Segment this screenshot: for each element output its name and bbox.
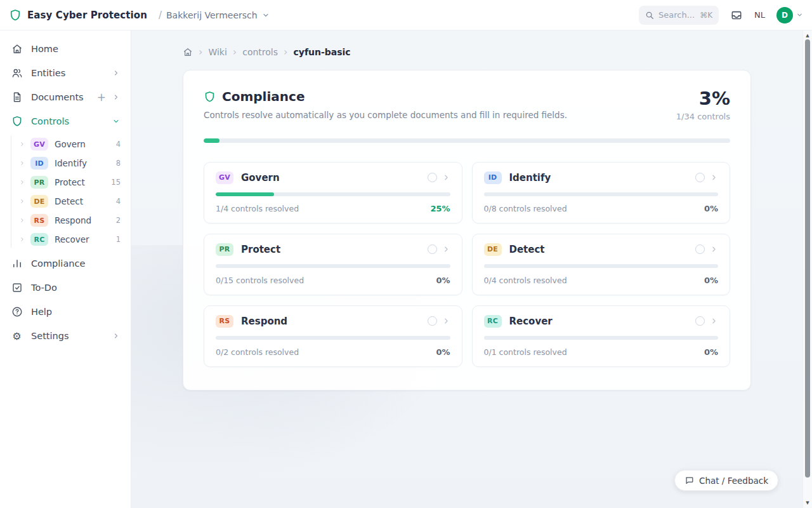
scrollbar-thumb[interactable] — [805, 39, 810, 478]
category-title: Identify — [509, 172, 551, 184]
resolved-count: 0/8 controls resolved — [484, 204, 567, 213]
category-badge: DE — [484, 243, 502, 256]
breadcrumb-separator: › — [284, 47, 287, 57]
sidebar-item-label: Protect — [55, 177, 111, 187]
overall-progress-bar — [204, 138, 730, 143]
breadcrumb-current: cyfun-basic — [293, 47, 350, 57]
category-card-respond[interactable]: RS Respond 0/2 controls resolved 0% — [204, 305, 462, 367]
sidebar-item-respond[interactable]: RS Respond 2 — [0, 211, 131, 230]
overall-controls-summary: 1/34 controls — [676, 112, 730, 121]
sidebar-item-identify[interactable]: ID Identify 8 — [0, 154, 131, 173]
sidebar-item-todo[interactable]: To-Do — [0, 276, 131, 300]
category-badge: ID — [484, 171, 502, 184]
category-card-govern[interactable]: GV Govern 1/4 controls resolved 25% — [204, 162, 462, 224]
chevron-right-icon[interactable] — [112, 93, 120, 101]
help-icon — [11, 306, 23, 318]
category-badge: GV — [216, 171, 233, 184]
breadcrumb-separator: › — [199, 47, 202, 57]
home-icon — [11, 43, 23, 55]
item-count: 15 — [111, 178, 121, 187]
home-icon[interactable] — [183, 47, 193, 57]
todo-checkbox-icon — [11, 282, 23, 293]
shield-logo-icon — [9, 9, 22, 22]
breadcrumb-link-wiki[interactable]: Wiki — [208, 47, 226, 57]
item-count: 4 — [116, 197, 121, 206]
sidebar-item-label: Detect — [55, 196, 116, 206]
category-title: Govern — [241, 172, 280, 184]
category-grid: GV Govern 1/4 controls resolved 25% ID I… — [204, 162, 730, 367]
chevron-right-icon — [19, 179, 25, 185]
chevron-right-icon[interactable] — [112, 332, 120, 340]
sidebar-item-label: Documents — [31, 92, 89, 102]
category-progress-bar — [484, 264, 719, 268]
sidebar-item-detect[interactable]: DE Detect 4 — [0, 192, 131, 211]
controls-tree: GV Govern 4 ID Identify 8 PR Protect 15 … — [0, 135, 131, 249]
resolved-count: 0/2 controls resolved — [216, 347, 299, 357]
add-document-button[interactable]: + — [97, 92, 106, 103]
chevron-right-icon[interactable] — [112, 69, 120, 77]
org-switcher[interactable]: / Bakkerij Vermeersch — [159, 10, 270, 21]
category-card-identify[interactable]: ID Identify 0/8 controls resolved 0% — [472, 162, 731, 224]
item-count: 4 — [116, 140, 121, 149]
sidebar-item-recover[interactable]: RC Recover 1 — [0, 230, 131, 249]
category-progress-bar — [216, 192, 450, 196]
sidebar-item-govern[interactable]: GV Govern 4 — [0, 135, 131, 154]
sidebar-item-label: To-Do — [31, 283, 120, 293]
sidebar-item-label: Recover — [55, 234, 116, 244]
top-header: Easy Cyber Protection / Bakkerij Vermeer… — [0, 0, 812, 30]
bar-chart-icon — [11, 258, 23, 269]
category-badge: DE — [30, 195, 48, 208]
user-menu[interactable]: D — [776, 7, 803, 23]
inbox-button[interactable] — [730, 9, 743, 22]
breadcrumb: › Wiki › controls › cyfun-basic — [183, 47, 802, 57]
sidebar-item-label: Govern — [55, 139, 116, 149]
language-toggle[interactable]: NL — [754, 10, 765, 20]
percent-value: 0% — [436, 347, 450, 357]
chevron-right-icon — [442, 317, 450, 325]
status-circle-icon — [695, 316, 705, 326]
sidebar-item-help[interactable]: Help — [0, 300, 131, 324]
status-circle-icon — [428, 244, 437, 254]
app-title: Easy Cyber Protection — [27, 10, 147, 21]
sidebar-item-home[interactable]: Home — [0, 37, 131, 61]
sidebar-item-entities[interactable]: Entities — [0, 61, 131, 85]
sidebar-item-label: Controls — [31, 116, 104, 126]
sidebar: Home Entities Documents + Controls GV Go… — [0, 30, 131, 508]
chevron-right-icon — [710, 173, 718, 182]
category-card-protect[interactable]: PR Protect 0/15 controls resolved 0% — [204, 234, 462, 295]
chevron-right-icon — [19, 198, 25, 204]
sidebar-item-label: Help — [31, 307, 120, 317]
sidebar-item-compliance[interactable]: Compliance — [0, 251, 131, 276]
scroll-down-arrow[interactable]: ▼ — [803, 499, 812, 507]
sidebar-item-controls[interactable]: Controls — [0, 109, 131, 133]
sidebar-item-settings[interactable]: ⚙ Settings — [0, 324, 131, 348]
breadcrumb-link-controls[interactable]: controls — [242, 47, 278, 57]
category-card-detect[interactable]: DE Detect 0/4 controls resolved 0% — [472, 234, 731, 295]
resolved-count: 0/15 controls resolved — [216, 276, 304, 285]
breadcrumb-separator: › — [233, 47, 237, 57]
scroll-up-arrow[interactable]: ▲ — [803, 32, 812, 39]
category-badge: RC — [484, 315, 502, 328]
search-input[interactable]: Search... ⌘K — [639, 6, 719, 25]
app-logo[interactable]: Easy Cyber Protection — [9, 9, 147, 22]
sidebar-item-protect[interactable]: PR Protect 15 — [0, 173, 131, 192]
percent-value: 0% — [436, 276, 450, 285]
status-circle-icon — [428, 316, 437, 326]
category-badge: PR — [216, 243, 233, 256]
sidebar-item-label: Home — [31, 44, 120, 54]
sidebar-item-documents[interactable]: Documents + — [0, 85, 131, 109]
resolved-count: 0/4 controls resolved — [484, 276, 567, 285]
users-icon — [11, 67, 23, 79]
chevron-right-icon — [19, 236, 25, 243]
sidebar-item-label: Entities — [31, 68, 104, 78]
chevron-right-icon — [19, 217, 25, 224]
category-card-recover[interactable]: RC Recover 0/1 controls resolved 0% — [472, 305, 731, 367]
chevron-down-icon[interactable] — [112, 117, 120, 125]
chevron-right-icon — [19, 141, 25, 147]
status-circle-icon — [428, 173, 437, 182]
category-title: Respond — [241, 316, 287, 327]
chat-feedback-button[interactable]: Chat / Feedback — [674, 470, 778, 491]
chevron-right-icon — [442, 245, 450, 253]
chat-bubble-icon — [684, 476, 694, 485]
scrollbar[interactable]: ▲ ▼ — [802, 30, 812, 508]
